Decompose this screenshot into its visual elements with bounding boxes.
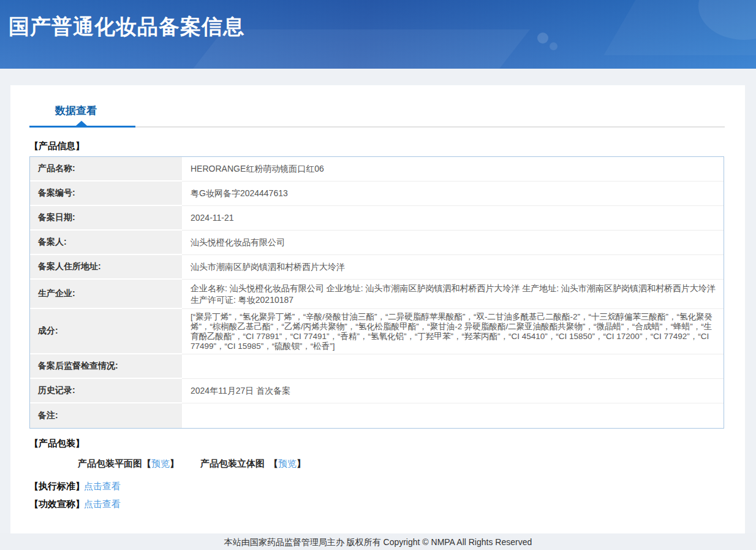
row-value: 汕头市潮南区胪岗镇泗和村桥西片大坽洋 <box>182 255 724 280</box>
footer-copyright-text: 本站由国家药品监督管理局主办 版权所有 Copyright © NMPA All… <box>224 537 532 547</box>
row-value: HERORANGE红粉萌动镜面口红06 <box>182 157 724 181</box>
row-value <box>182 354 724 379</box>
content-card: 数据查看 【产品信息】 产品名称: HERORANGE红粉萌动镜面口红06 备案… <box>10 85 745 533</box>
tab-active-arrow-icon <box>76 121 87 126</box>
table-row-ingredients: 成分: [“聚异丁烯”，“氢化聚异丁烯”，“辛酸/癸酸甘油三酯”，“二异硬脂醇苹… <box>30 309 724 354</box>
bracket-close: 】 <box>297 458 306 468</box>
packaging-stereo-preview-link[interactable]: 预览 <box>278 458 297 468</box>
table-row-registrant-address: 备案人住所地址: 汕头市潮南区胪岗镇泗和村桥西片大坽洋 <box>30 255 724 280</box>
packaging-stereo-label: 产品包装立体图 <box>200 458 265 468</box>
row-label: 备注: <box>30 403 182 428</box>
row-value: [“聚异丁烯”，“氢化聚异丁烯”，“辛酸/癸酸甘油三酯”，“二异硬脂醇苹果酸酯”… <box>182 309 724 354</box>
row-label: 备案日期: <box>30 206 182 231</box>
table-row-remark: 备注: <box>30 403 724 428</box>
table-row-manufacturer: 生产企业: 企业名称: 汕头悦橙化妆品有限公司 企业地址: 汕头市潮南区胪岗镇泗… <box>30 280 724 309</box>
page-footer: 本站由国家药品监督管理局主办 版权所有 Copyright © NMPA All… <box>0 533 756 550</box>
product-info-table: 产品名称: HERORANGE红粉萌动镜面口红06 备案编号: 粤G妆网备字20… <box>29 156 724 429</box>
row-value: 粤G妆网备字2024447613 <box>182 181 724 206</box>
row-label: 备案编号: <box>30 181 182 206</box>
page-header: 国产普通化妆品备案信息 <box>0 0 756 69</box>
packaging-flat-label: 产品包装平面图 <box>78 458 142 468</box>
section-title-packaging: 【产品包装】 <box>29 438 85 449</box>
row-label: 生产企业: <box>30 280 182 309</box>
exec-standard-click-view-link[interactable]: 点击查看 <box>84 481 121 492</box>
bracket-open: 【 <box>142 458 151 468</box>
tab-underline-active <box>29 126 135 128</box>
packaging-flat-preview-link[interactable]: 预览 <box>151 458 170 468</box>
row-value: 2024-11-21 <box>182 206 724 231</box>
bracket-close: 】 <box>170 458 179 468</box>
row-label: 历史记录: <box>30 379 182 403</box>
header-deco-circle-large <box>537 32 548 44</box>
click-view-link-text[interactable]: 点击查看 <box>84 481 121 491</box>
table-row-product-name: 产品名称: HERORANGE红粉萌动镜面口红06 <box>30 157 724 181</box>
table-row-registrant: 备案人: 汕头悦橙化妆品有限公司 <box>30 231 724 255</box>
row-value <box>182 403 724 428</box>
row-value: 汕头悦橙化妆品有限公司 <box>182 231 724 255</box>
row-label: 成分: <box>30 309 182 354</box>
page: { "header": { "title": "国产普通化妆品备案信息" }, … <box>0 0 756 550</box>
table-row-history: 历史记录: 2024年11月27日 首次备案 <box>30 379 724 403</box>
tab-data-view[interactable]: 数据查看 <box>55 104 97 118</box>
efficacy-claim-click-view-link[interactable]: 点击查看 <box>84 498 121 510</box>
section-title-exec-standard: 【执行标准】 <box>29 481 85 492</box>
row-label: 备案人住所地址: <box>30 255 182 280</box>
page-title: 国产普通化妆品备案信息 <box>9 13 244 41</box>
header-deco-circle-small <box>550 42 558 50</box>
bracket-open: 【 <box>269 458 278 468</box>
click-view-link-text[interactable]: 点击查看 <box>84 498 121 509</box>
table-row-supervision-check: 备案后监督检查情况: <box>30 354 724 379</box>
packaging-row: 产品包装平面图【预览】产品包装立体图【预览】 <box>78 458 306 470</box>
row-label: 备案人: <box>30 231 182 255</box>
row-value: 企业名称: 汕头悦橙化妆品有限公司 企业地址: 汕头市潮南区胪岗镇泗和村桥西片大… <box>182 280 724 309</box>
row-label: 备案后监督检查情况: <box>30 354 182 379</box>
section-title-efficacy-claim: 【功效宣称】 <box>29 498 85 510</box>
table-row-record-number: 备案编号: 粤G妆网备字2024447613 <box>30 181 724 206</box>
row-value: 2024年11月27日 首次备案 <box>182 379 724 403</box>
tab-underline <box>29 126 725 128</box>
section-title-product-info: 【产品信息】 <box>29 140 85 152</box>
table-row-record-date: 备案日期: 2024-11-21 <box>30 206 724 231</box>
row-label: 产品名称: <box>30 157 182 181</box>
